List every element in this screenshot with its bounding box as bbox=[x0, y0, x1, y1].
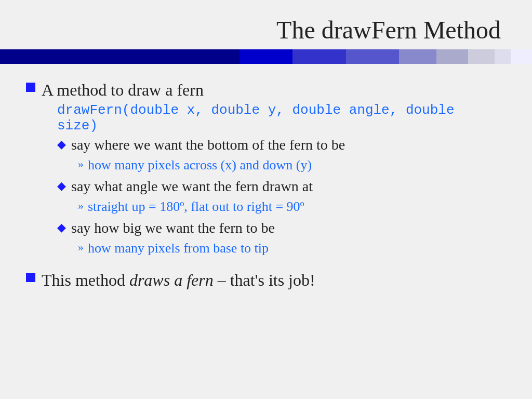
bullet-2-before: This method bbox=[42, 271, 129, 289]
slide: The drawFern Method A method to draw a f… bbox=[0, 0, 532, 399]
sub-sub-3-text: how many pixels from base to tip bbox=[88, 240, 269, 257]
sub-bullet-1: ◆ say where we want the bottom of the fe… bbox=[57, 136, 501, 154]
bullet-1-content: A method to draw a fern drawFern(double … bbox=[42, 79, 501, 257]
slide-title: The drawFern Method bbox=[31, 16, 501, 44]
chevron-icon-1: » bbox=[78, 157, 84, 171]
bullet-2-after: – that's its job! bbox=[214, 271, 315, 289]
sub-sub-bullet-1: » how many pixels across (x) and down (y… bbox=[78, 156, 501, 174]
bullet-item-2: This method draws a fern – that's its jo… bbox=[26, 270, 501, 291]
diamond-icon-1: ◆ bbox=[57, 138, 66, 151]
bullet-square-1 bbox=[26, 83, 35, 92]
sub-bullet-1-text: say where we want the bottom of the fern… bbox=[71, 136, 345, 154]
bullet-1-code: drawFern(double x, double y, double angl… bbox=[57, 102, 501, 134]
sub-sub-2-text: straight up = 180º, flat out to right = … bbox=[88, 198, 304, 216]
sub-sub-1-text: how many pixels across (x) and down (y) bbox=[88, 156, 312, 174]
sub-bullet-3: ◆ say how big we want the fern to be bbox=[57, 219, 501, 237]
chevron-icon-2: » bbox=[78, 199, 84, 212]
sub-sub-bullet-2: » straight up = 180º, flat out to right … bbox=[78, 198, 501, 216]
bullet-square-2 bbox=[26, 273, 35, 282]
sub-group-1: ◆ say where we want the bottom of the fe… bbox=[57, 134, 501, 258]
bullet-2-italic: draws a fern bbox=[129, 271, 214, 289]
bullet-1-text: A method to draw a fern bbox=[42, 79, 501, 101]
sub-bullet-2-text: say what angle we want the fern drawn at bbox=[71, 177, 313, 196]
sub-sub-bullet-3: » how many pixels from base to tip bbox=[78, 240, 501, 257]
content-area: A method to draw a fern drawFern(double … bbox=[0, 64, 532, 399]
diamond-icon-2: ◆ bbox=[57, 179, 66, 193]
divider-bar bbox=[0, 49, 532, 64]
sub-bullet-2: ◆ say what angle we want the fern drawn … bbox=[57, 177, 501, 196]
sub-bullet-3-text: say how big we want the fern to be bbox=[71, 219, 275, 237]
title-area: The drawFern Method bbox=[0, 0, 532, 49]
diamond-icon-3: ◆ bbox=[57, 221, 66, 234]
chevron-icon-3: » bbox=[78, 241, 84, 254]
bullet-item-1: A method to draw a fern drawFern(double … bbox=[26, 79, 501, 257]
bullet-2-text: This method draws a fern – that's its jo… bbox=[42, 270, 315, 291]
